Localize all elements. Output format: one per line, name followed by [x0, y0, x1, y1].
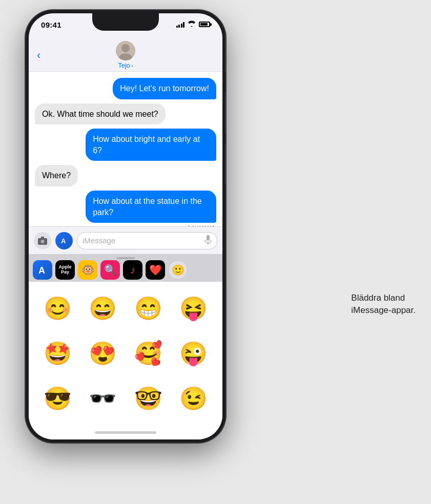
app-icon-emoji[interactable]: 🙂 — [168, 260, 188, 280]
strip-handle — [116, 257, 135, 259]
iphone-frame: 09:41 — [26, 10, 225, 443]
emoji-grid: 😊 😄 😁 😝 🤩 😍 🥰 😜 😎 🕶️ 🤓 😉 — [29, 282, 222, 425]
contact-name[interactable]: Tejo › — [118, 61, 133, 69]
emoji-cell[interactable]: 😉 — [175, 380, 213, 417]
app-icon-monkey[interactable]: 🐵 — [78, 260, 97, 280]
nav-bar: ‹ Tejo › — [29, 39, 222, 72]
emoji-cell[interactable]: 🤓 — [130, 380, 167, 417]
message-row: Hey! Let's run tomorrow! — [35, 78, 216, 99]
back-button[interactable]: ‹ — [37, 50, 40, 61]
mic-icon[interactable] — [204, 235, 212, 246]
status-icons — [176, 20, 211, 28]
message-bubble-received: Ok. What time should we meet? — [35, 103, 166, 125]
app-icon-globe[interactable]: 🔍 — [100, 260, 120, 280]
app-icon-applepay[interactable]: Apple Pay — [55, 260, 75, 280]
svg-point-5 — [41, 240, 45, 243]
message-row: Where? — [35, 165, 216, 186]
message-row: How about at the statue in the park? Lev… — [35, 191, 216, 226]
messages-area: Hey! Let's run tomorrow! Ok. What time s… — [29, 72, 222, 226]
svg-rect-8 — [207, 235, 210, 241]
message-bubble-received: Where? — [35, 165, 78, 186]
message-row: How about bright and early at 6? — [35, 129, 216, 161]
notch — [92, 13, 159, 31]
emoji-cell[interactable]: 😜 — [175, 335, 213, 372]
battery-icon — [199, 22, 210, 27]
emoji-cell[interactable]: 😝 — [175, 290, 213, 327]
message-input[interactable]: iMessage — [77, 232, 217, 249]
emoji-cell[interactable]: 😄 — [85, 290, 122, 327]
home-indicator — [29, 425, 222, 439]
input-bar: A iMessage — [29, 226, 222, 254]
home-bar — [95, 431, 156, 434]
phone-screen: 09:41 — [29, 13, 222, 439]
emoji-cell[interactable]: 😍 — [85, 335, 122, 372]
svg-text:A: A — [38, 265, 45, 276]
annotation-text: Bläddra bland iMessage-appar. — [351, 292, 416, 317]
emoji-cell[interactable]: 😎 — [39, 380, 76, 417]
contact-avatar — [116, 41, 135, 60]
app-icon-music[interactable]: ♪ — [123, 260, 142, 280]
emoji-cell[interactable]: 🕶️ — [85, 380, 122, 417]
app-strip: A Apple Pay 🐵 🔍 ♪ ❤️ — [29, 254, 222, 282]
svg-rect-6 — [41, 237, 44, 239]
app-icon-heart[interactable]: ❤️ — [146, 260, 165, 280]
appstore-button[interactable]: A — [55, 232, 73, 249]
camera-button[interactable] — [34, 232, 51, 249]
message-row: Ok. What time should we meet? — [35, 103, 216, 125]
contact-chevron-icon: › — [131, 62, 133, 69]
scene: Bläddra bland iMessage-appar. 09:41 — [0, 0, 431, 504]
emoji-cell[interactable]: 😊 — [39, 290, 76, 327]
nav-center[interactable]: Tejo › — [116, 41, 135, 69]
emoji-cell[interactable]: 😁 — [130, 290, 167, 327]
wifi-icon — [188, 20, 196, 28]
app-icon-appstore[interactable]: A — [33, 260, 52, 280]
back-chevron-icon: ‹ — [37, 50, 40, 61]
status-time: 09:41 — [41, 20, 61, 29]
emoji-cell[interactable]: 🥰 — [130, 335, 167, 372]
message-bubble-sent: How about bright and early at 6? — [86, 129, 216, 161]
signal-icon — [176, 22, 185, 28]
message-bubble-sent: Hey! Let's run tomorrow! — [113, 78, 216, 99]
emoji-cell[interactable]: 🤩 — [39, 335, 76, 372]
svg-text:A: A — [61, 237, 66, 245]
input-placeholder: iMessage — [83, 236, 115, 245]
message-bubble-sent: How about at the statue in the park? — [86, 191, 216, 223]
svg-point-2 — [121, 44, 130, 52]
